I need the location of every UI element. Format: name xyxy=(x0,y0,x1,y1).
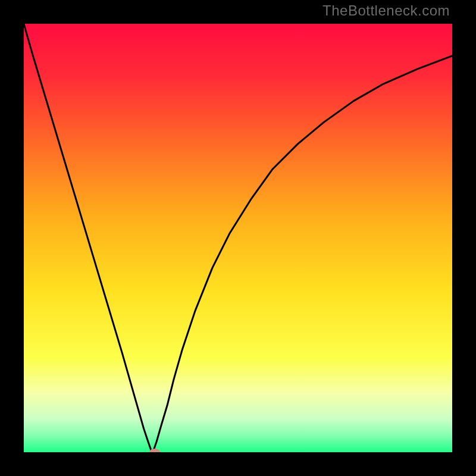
chart-frame: TheBottleneck.com xyxy=(0,0,476,476)
watermark-text: TheBottleneck.com xyxy=(322,2,450,19)
bottleneck-curve xyxy=(24,24,452,452)
plot-area xyxy=(24,24,452,452)
optimal-point-marker xyxy=(149,449,160,452)
